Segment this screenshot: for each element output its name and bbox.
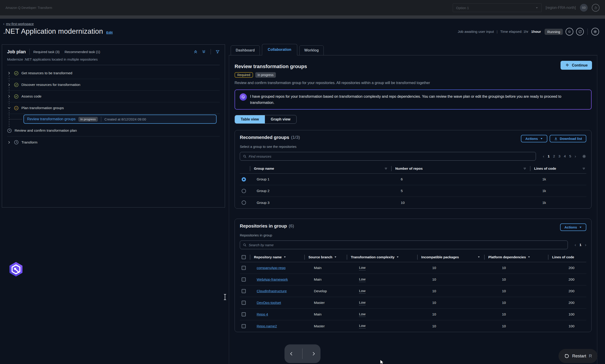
task-label: Get resources to be transformed [21,71,72,75]
repo-checkbox[interactable] [242,312,246,316]
graph-view-toggle[interactable]: Graph view [265,115,296,123]
col-number-of-repos[interactable]: Number of repos [391,164,530,173]
subtask-selected[interactable]: Review transformation groups In progress… [24,115,216,124]
option-select[interactable]: Option 1 [453,3,542,12]
repo-checkbox[interactable] [242,301,246,305]
expand-all-icon[interactable] [202,50,206,54]
col-transformation-complexity[interactable]: Transformation complexity [347,252,417,262]
page-next[interactable]: › [575,154,576,159]
page-1[interactable]: 1 [548,154,550,158]
page-prev[interactable]: ‹ [575,242,576,247]
repo-complexity[interactable]: Low [359,289,365,294]
col-incompatible-packages[interactable]: Incompatible packages [417,252,484,262]
page-2[interactable]: 2 [553,154,555,158]
repo-link[interactable]: companyApp-repo [257,266,286,270]
filter-triangle-icon[interactable] [582,167,585,170]
back-chevron-icon[interactable]: ‹ [3,22,4,26]
select-all-checkbox[interactable] [242,255,246,259]
group-radio-selected[interactable] [242,177,246,182]
in-progress-circle-icon [14,106,19,110]
group-row[interactable]: Group 3 10 1k [240,197,586,208]
repo-checkbox[interactable] [242,324,246,328]
stop-job-button[interactable] [565,28,573,36]
avatar[interactable]: SD [580,4,588,12]
continue-button[interactable]: Continue [561,61,592,70]
chevron-right-icon[interactable] [7,94,11,98]
page-1[interactable]: 1 [579,243,581,247]
find-resources-search[interactable] [240,152,536,161]
settings-button[interactable] [591,28,599,36]
repo-row[interactable]: CloudInfrastructure Develop Low 10 10 20… [240,286,586,297]
task-row[interactable]: Get resources to be transformed [7,67,220,79]
restart-button[interactable]: Restart R [559,349,597,363]
feedback-button[interactable] [592,4,600,12]
repo-platform: 10 [498,266,562,270]
repo-platform: 10 [498,289,562,293]
task-row-pending[interactable]: Review and confirm transformation plan [7,125,220,136]
col-repository-name[interactable]: Repository name [250,252,304,262]
find-resources-input[interactable] [249,155,533,158]
breadcrumb-link[interactable]: my-first-workspace [6,22,34,26]
repo-row[interactable]: WebApp-framework Main Low 10 10 200 [240,274,586,286]
subtask-label[interactable]: Review transformation groups [27,117,76,121]
repo-row[interactable]: companyApp-repo Main Low 10 10 200 [240,262,586,274]
chevron-right-icon[interactable] [7,71,11,75]
tab-worklog[interactable]: Worklog [299,45,324,55]
repos-actions-button[interactable]: Actions [560,223,586,231]
download-list-button[interactable]: Download list [550,135,587,142]
refresh-button[interactable] [576,28,584,36]
repo-link[interactable]: Repo 4 [257,312,268,316]
group-row[interactable]: Group 2 5 1k [240,185,586,197]
repo-link[interactable]: DevOps-toolset [257,301,281,305]
edit-link[interactable]: Edit [106,30,113,34]
overlay-prev-icon[interactable] [289,351,294,356]
repo-link[interactable]: Repo.name2 [257,324,277,328]
group-radio[interactable] [242,200,246,205]
col-lines-of-code[interactable]: Lines of code [530,164,586,173]
page-4[interactable]: 4 [564,154,566,158]
col-source-branch[interactable]: Source branch [304,252,347,262]
repo-complexity[interactable]: Low [359,312,365,317]
repo-complexity[interactable]: Low [359,300,365,305]
chevron-right-icon[interactable] [7,83,11,87]
page-next[interactable]: › [585,242,586,247]
repo-row[interactable]: Repo 4 Main Low 10 10 100 [240,309,586,320]
page-prev[interactable]: ‹ [543,154,544,159]
filter-icon[interactable] [215,50,220,54]
overlay-next-icon[interactable] [311,351,316,356]
repo-complexity[interactable]: Low [359,266,365,270]
page-3[interactable]: 3 [559,154,561,158]
search-by-name[interactable] [240,241,568,249]
task-row-pending[interactable]: Transform [7,136,220,148]
repo-row[interactable]: DevOps-toolset Master Low 10 10 200 [240,297,586,309]
repo-checkbox[interactable] [242,277,246,282]
filter-triangle-icon[interactable] [523,167,526,170]
group-row[interactable]: Group 1 6 1k [240,174,586,185]
group-radio[interactable] [242,189,246,193]
repo-complexity[interactable]: Low [359,324,365,328]
tab-dashboard[interactable]: Dashboard [231,45,260,55]
collapse-all-icon[interactable] [193,50,198,54]
col-lines-of-code[interactable]: Lines of code [548,252,586,262]
text-cursor [223,294,227,300]
filter-triangle-icon[interactable] [384,167,388,170]
repo-checkbox[interactable] [242,266,246,270]
task-row[interactable]: Assess code [7,91,220,102]
repo-link[interactable]: WebApp-framework [257,277,288,282]
groups-actions-button[interactable]: Actions [521,135,547,142]
task-row-expanded[interactable]: Plan transformation groups [7,102,220,114]
table-settings-button[interactable] [582,154,586,158]
col-group-name[interactable]: Group name [250,164,391,173]
page-5[interactable]: 5 [569,154,571,158]
repo-link[interactable]: CloudInfrastructure [257,289,287,293]
tab-collaboration[interactable]: Collaboration [262,44,297,55]
repo-complexity[interactable]: Low [359,277,365,282]
table-view-toggle[interactable]: Table view [235,115,265,123]
chevron-down-icon[interactable] [7,106,11,110]
repo-checkbox[interactable] [242,289,246,293]
search-by-name-input[interactable] [249,243,565,247]
task-row[interactable]: Discover resources for transformation [7,79,220,91]
col-platform-dependencies[interactable]: Platform dependencies [484,252,548,262]
repo-row[interactable]: Repo.name2 Master Low 10 10 100 [240,320,586,332]
chevron-right-icon[interactable] [7,140,11,144]
